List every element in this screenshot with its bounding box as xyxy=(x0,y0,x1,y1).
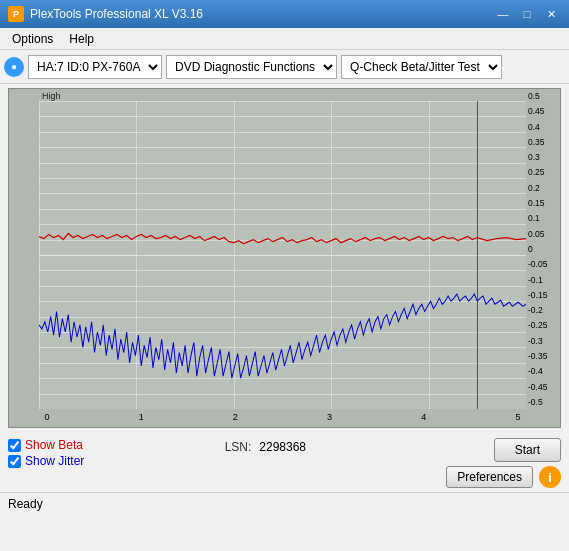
status-text: Ready xyxy=(8,497,43,511)
close-button[interactable]: ✕ xyxy=(541,5,561,23)
drive-icon: ● xyxy=(4,57,24,77)
y-right-0.45: 0.45 xyxy=(526,106,560,116)
info-button[interactable]: i xyxy=(539,466,561,488)
beta-line xyxy=(39,233,526,243)
y-right--0.25: -0.25 xyxy=(526,320,560,330)
status-bar: Ready xyxy=(0,492,569,514)
title-bar: P PlexTools Professional XL V3.16 — □ ✕ xyxy=(0,0,569,28)
chart-svg xyxy=(39,101,526,409)
show-jitter-label: Show Jitter xyxy=(25,454,84,468)
y-right-0.5: 0.5 xyxy=(526,91,560,101)
menu-help[interactable]: Help xyxy=(61,28,102,49)
drive-dropdown[interactable]: HA:7 ID:0 PX-760A xyxy=(28,55,162,79)
minimize-button[interactable]: — xyxy=(493,5,513,23)
y-right--0.4: -0.4 xyxy=(526,366,560,376)
x-label-2: 2 xyxy=(227,412,243,422)
y-right-0.4: 0.4 xyxy=(526,122,560,132)
show-beta-label: Show Beta xyxy=(25,438,83,452)
menu-options[interactable]: Options xyxy=(4,28,61,49)
function-dropdown[interactable]: DVD Diagnostic Functions xyxy=(166,55,337,79)
x-label-5: 5 xyxy=(510,412,526,422)
y-right--0.1: -0.1 xyxy=(526,275,560,285)
high-label: High xyxy=(42,91,61,101)
preferences-button[interactable]: Preferences xyxy=(446,466,533,488)
left-controls: Show Beta Show Jitter xyxy=(8,438,84,468)
jitter-line xyxy=(39,294,526,378)
show-jitter-checkbox[interactable] xyxy=(8,455,21,468)
x-axis-labels: 0 1 2 3 4 5 xyxy=(39,409,526,425)
x-label-3: 3 xyxy=(322,412,338,422)
show-beta-row: Show Beta xyxy=(8,438,84,452)
y-right--0.35: -0.35 xyxy=(526,351,560,361)
lsn-label: LSN: xyxy=(225,440,252,454)
pref-row: Preferences i xyxy=(446,466,561,488)
y-axis-right: 0.5 0.45 0.4 0.35 0.3 0.25 0.2 0.15 0.1 … xyxy=(526,89,560,409)
lsn-value: 2298368 xyxy=(259,440,306,454)
window-controls: — □ ✕ xyxy=(493,5,561,23)
x-label-4: 4 xyxy=(416,412,432,422)
bottom-panel: Show Beta Show Jitter LSN: 2298368 Start… xyxy=(0,432,569,492)
y-right-0.25: 0.25 xyxy=(526,167,560,177)
bottom-right: Start Preferences i xyxy=(446,438,561,488)
y-right-0.1: 0.1 xyxy=(526,213,560,223)
window-title: PlexTools Professional XL V3.16 xyxy=(30,7,493,21)
drive-selector: ● HA:7 ID:0 PX-760A xyxy=(4,55,162,79)
y-right-0.05: 0.05 xyxy=(526,229,560,239)
y-right--0.05: -0.05 xyxy=(526,259,560,269)
show-jitter-row: Show Jitter xyxy=(8,454,84,468)
start-button[interactable]: Start xyxy=(494,438,561,462)
chart-container: High Low 0.5 0.45 0.4 0.35 0.3 0.25 0.2 … xyxy=(8,88,561,428)
menu-bar: Options Help xyxy=(0,28,569,50)
y-right-0.2: 0.2 xyxy=(526,183,560,193)
y-right-0.3: 0.3 xyxy=(526,152,560,162)
y-right--0.45: -0.45 xyxy=(526,382,560,392)
y-right-0.15: 0.15 xyxy=(526,198,560,208)
test-dropdown[interactable]: Q-Check Beta/Jitter Test xyxy=(341,55,502,79)
y-right-0.35: 0.35 xyxy=(526,137,560,147)
app-icon: P xyxy=(8,6,24,22)
y-right--0.3: -0.3 xyxy=(526,336,560,346)
y-right-0: 0 xyxy=(526,244,560,254)
show-beta-checkbox[interactable] xyxy=(8,439,21,452)
toolbar: ● HA:7 ID:0 PX-760A DVD Diagnostic Funct… xyxy=(0,50,569,84)
x-label-0: 0 xyxy=(39,412,55,422)
y-right--0.2: -0.2 xyxy=(526,305,560,315)
maximize-button[interactable]: □ xyxy=(517,5,537,23)
lsn-area: LSN: 2298368 xyxy=(225,438,306,454)
y-right--0.5: -0.5 xyxy=(526,397,560,407)
y-right--0.15: -0.15 xyxy=(526,290,560,300)
chart-inner xyxy=(39,101,526,409)
x-label-1: 1 xyxy=(133,412,149,422)
